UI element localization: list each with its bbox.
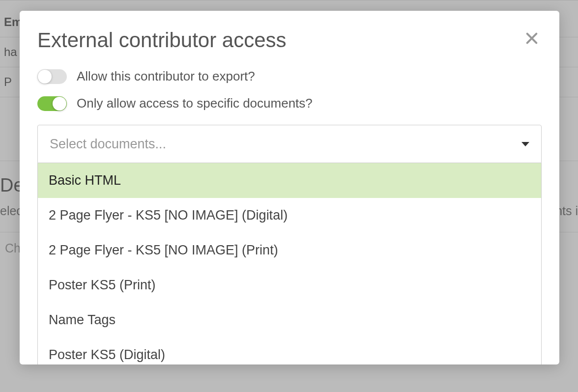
dropdown-option[interactable]: Poster KS5 (Print) [38,268,541,303]
toggle-knob [53,97,66,111]
toggle-row-specific-docs: Only allow access to specific documents? [37,96,542,111]
dropdown-option[interactable]: 2 Page Flyer - KS5 [NO IMAGE] (Digital) [38,198,541,233]
modal-title: External contributor access [37,28,287,52]
close-icon [524,30,540,46]
toggle-export[interactable] [37,69,67,84]
toggle-row-export: Allow this contributor to export? [37,69,542,84]
dropdown-option[interactable]: 2 Page Flyer - KS5 [NO IMAGE] (Print) [38,233,541,268]
modal-header: External contributor access [37,28,542,52]
toggle-export-label: Allow this contributor to export? [77,69,255,84]
document-select-wrapper: Select documents... Basic HTML 2 Page Fl… [37,125,542,364]
document-dropdown: Basic HTML 2 Page Flyer - KS5 [NO IMAGE]… [37,163,542,364]
external-contributor-modal: External contributor access Allow this c… [20,11,559,364]
dropdown-option[interactable]: Basic HTML [38,163,541,198]
chevron-down-icon [521,142,529,146]
dropdown-option[interactable]: Poster KS5 (Digital) [38,337,541,364]
select-placeholder: Select documents... [50,137,166,152]
dropdown-option[interactable]: Name Tags [38,303,541,337]
close-button[interactable] [522,28,542,48]
document-select[interactable]: Select documents... [37,125,542,163]
toggle-specific-docs[interactable] [37,96,67,111]
toggle-specific-docs-label: Only allow access to specific documents? [77,96,313,111]
toggle-knob [38,70,52,84]
